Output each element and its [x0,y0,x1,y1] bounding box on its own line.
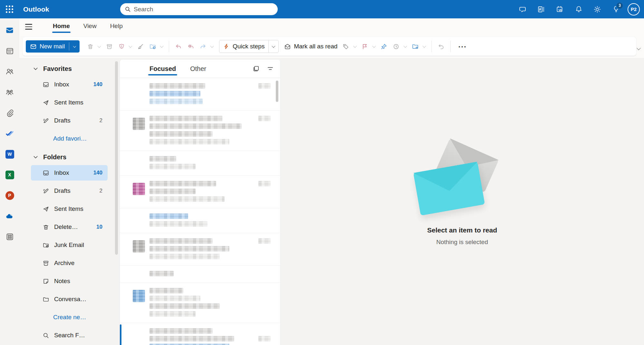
pin-button[interactable] [378,40,390,53]
folder-pane-link[interactable]: Create ne… [31,310,108,325]
tab-home[interactable]: Home [48,19,74,34]
snooze-button[interactable] [390,40,402,53]
teams-chat-button[interactable] [514,1,531,17]
tips-button[interactable]: 3 [608,1,624,17]
reply-button[interactable] [172,40,185,53]
folder-item-notes[interactable]: Notes [31,273,108,289]
drafts-icon [43,188,49,194]
new-mail-button[interactable]: New mail [26,40,69,53]
rules-dropdown[interactable] [421,40,427,53]
message-list-pane: Focused Other [120,60,280,345]
tag-icon [342,43,349,50]
notifications-button[interactable] [571,1,587,17]
respond-group [172,40,216,53]
folder-item-drafts[interactable]: Drafts2 [31,183,108,199]
forward-button[interactable] [197,40,209,53]
rail-mail-button[interactable] [2,21,17,40]
folder-item-inbox[interactable]: Inbox140 [31,165,108,181]
quick-steps-dropdown[interactable] [269,40,278,53]
folder-item-trash[interactable]: Delete…10 [31,219,108,235]
email-list-item[interactable] [120,266,280,283]
rail-files-button[interactable] [2,104,17,122]
search-bar[interactable] [120,3,278,15]
delete-dropdown[interactable] [96,40,102,53]
folder-item-junk[interactable]: Junk Email [31,237,108,253]
rail-calendar-button[interactable] [2,42,17,60]
account-button[interactable]: P2 [627,2,641,16]
folder-item-inbox[interactable]: Inbox140 [31,77,108,92]
pin-icon [380,43,387,50]
folder-item-archive[interactable]: Archive [31,255,108,271]
delete-button[interactable] [84,40,96,53]
new-mail-dropdown[interactable] [69,40,80,53]
folder-item-send[interactable]: Sent Items [31,201,108,217]
email-list-item[interactable] [120,151,280,176]
folder-section-header[interactable]: Folders [19,149,120,165]
collapse-ribbon-button[interactable] [634,44,643,53]
settings-button[interactable] [589,1,605,17]
email-list-item[interactable] [120,176,280,208]
more-options-button[interactable]: ... [454,40,471,53]
rail-people-button[interactable] [2,62,17,81]
folder-item-drafts[interactable]: Drafts2 [31,113,108,128]
folder-pane-toggle-button[interactable] [19,18,38,35]
folder-pane-link[interactable]: Add favori… [31,131,108,146]
email-list-item[interactable] [120,283,280,323]
snooze-dropdown[interactable] [402,40,408,53]
email-list-item[interactable] [120,323,280,345]
search-input[interactable] [134,6,273,13]
rail-powerpoint-button[interactable]: P [2,186,17,205]
folder-count: 140 [93,81,102,88]
clock-icon [393,43,399,50]
redacted-text-row [149,221,271,227]
email-list-item[interactable] [120,111,280,151]
tab-other[interactable]: Other [186,60,211,78]
email-list-item[interactable] [120,78,280,111]
folder-item-search[interactable]: Search F… [31,328,108,343]
sweep-button[interactable] [134,40,147,53]
flag-dropdown[interactable] [371,40,377,53]
forward-dropdown[interactable] [209,40,215,53]
filter-button[interactable] [265,63,276,74]
rail-groups-button[interactable] [2,83,17,102]
undo-button[interactable] [435,40,447,53]
flag-button[interactable] [359,40,371,53]
report-dropdown[interactable] [128,40,133,53]
redacted-text [149,131,213,137]
folder-pane-scrollbar[interactable] [115,61,118,255]
rail-todo-button[interactable] [2,124,17,143]
redacted-text [149,99,203,104]
rail-excel-button[interactable]: X [2,165,17,184]
tag-button[interactable] [340,40,352,53]
email-list-item[interactable] [120,208,280,233]
tag-dropdown[interactable] [352,40,358,53]
move-to-button[interactable] [147,40,159,53]
calendar-icon [5,47,14,55]
onenote-feed-button[interactable] [533,1,549,17]
email-list-item[interactable] [120,233,280,266]
move-to-dropdown[interactable] [159,40,165,53]
rules-button[interactable] [409,40,421,53]
my-day-button[interactable] [552,1,568,17]
tab-focused[interactable]: Focused [145,60,180,78]
reply-all-button[interactable] [185,40,197,53]
folder-section-header[interactable]: Favorites [19,61,120,77]
sender-avatar [133,240,145,252]
tab-view[interactable]: View [79,19,101,34]
rail-word-button[interactable]: W [2,145,17,163]
folder-item-folder[interactable]: Conversa… [31,291,108,307]
rail-more-apps-button[interactable] [2,227,17,246]
select-messages-button[interactable] [251,63,262,74]
topbar-actions: 3 P2 [514,0,641,18]
redacted-text-row [149,91,271,96]
quick-steps-button[interactable]: Quick steps [219,40,268,53]
mark-all-read-button[interactable]: Mark all as read [282,40,340,53]
app-launcher-button[interactable] [0,0,19,18]
archive-button[interactable] [103,40,115,53]
rail-onedrive-button[interactable] [2,207,17,225]
folder-item-send[interactable]: Sent Items [31,95,108,110]
report-button[interactable] [115,40,128,53]
lightning-icon [223,43,230,50]
tab-help[interactable]: Help [106,19,127,34]
new-mail-envelope-icon [30,43,37,50]
